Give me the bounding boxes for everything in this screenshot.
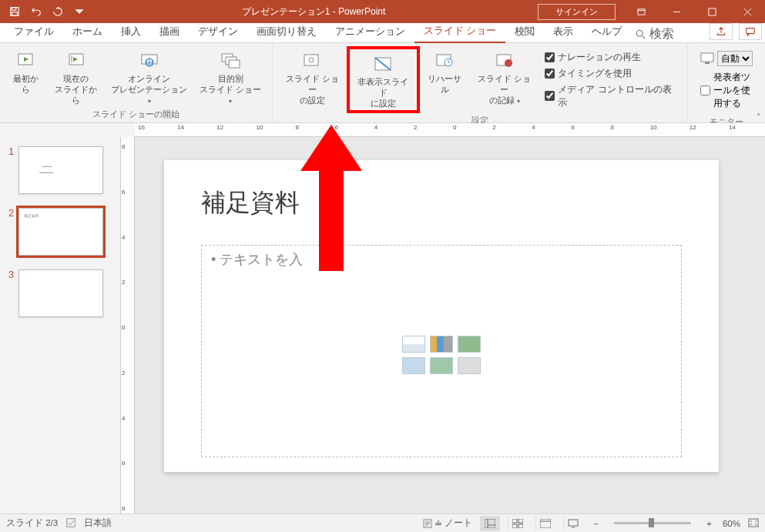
svg-rect-1 — [12, 8, 16, 11]
narration-checkbox[interactable]: ナレーションの再生 — [545, 51, 676, 64]
tab-help[interactable]: ヘルプ — [582, 22, 631, 42]
slide-counter[interactable]: スライド 2/3 — [6, 517, 58, 529]
content-placeholder[interactable]: • テキストを入 — [201, 245, 682, 457]
insert-online-picture-icon[interactable] — [430, 357, 453, 374]
monitor-icon — [700, 52, 714, 65]
thumbnail-1[interactable]: ━━━━ ━━━━━━ — [18, 146, 103, 194]
svg-rect-28 — [67, 518, 75, 527]
collapse-ribbon-button[interactable]: ˄ — [757, 112, 760, 121]
chevron-down-icon: ▾ — [517, 98, 520, 105]
tab-design[interactable]: デザイン — [189, 22, 247, 42]
notes-button[interactable]: ≐ ノート — [423, 517, 472, 529]
slideshow-view-button[interactable] — [563, 516, 583, 531]
ruler-vertical: 864202468 — [121, 137, 135, 514]
minimize-button[interactable] — [659, 0, 694, 23]
main-area: 1 ━━━━ ━━━━━━ 2 補足資料 3 864202468 補足資料 • … — [0, 137, 765, 514]
chevron-down-icon: ▾ — [229, 98, 232, 105]
thumbnail-2[interactable]: 補足資料 — [18, 208, 103, 256]
insert-table-icon[interactable] — [402, 336, 425, 353]
quick-access-toolbar — [0, 2, 89, 21]
ruler-horizontal: 1614121086420246810121416 — [135, 123, 765, 137]
ribbon-tabs: ファイル ホーム 挿入 描画 デザイン 画面切り替え アニメーション スライド … — [0, 23, 765, 43]
qat-more-button[interactable] — [69, 2, 89, 21]
setup-slideshow-button[interactable]: スライド ショー の設定 — [277, 46, 347, 113]
slide-editor: 864202468 補足資料 • テキストを入 — [121, 137, 765, 514]
svg-rect-38 — [512, 524, 517, 528]
tab-transitions[interactable]: 画面切り替え — [247, 22, 326, 42]
sorter-view-button[interactable] — [508, 516, 528, 531]
svg-rect-37 — [518, 519, 523, 523]
normal-view-button[interactable] — [480, 516, 500, 531]
svg-rect-10 — [747, 28, 755, 34]
ribbon: 最初から 現在の スライドから オンライン プレゼンテーション ▾ 目的別 スラ… — [0, 43, 765, 123]
media-controls-checkbox[interactable]: メディア コントロールの表示 — [545, 83, 676, 109]
monitor-select[interactable]: 自動 — [717, 51, 753, 66]
svg-rect-27 — [705, 62, 710, 64]
thumbnail-3[interactable] — [18, 269, 103, 317]
redo-button[interactable] — [48, 2, 68, 21]
language-label[interactable]: 日本語 — [84, 517, 112, 529]
signin-button[interactable]: サインイン — [538, 4, 616, 20]
insert-picture-icon[interactable] — [402, 357, 425, 374]
tab-review[interactable]: 校閲 — [505, 22, 544, 42]
svg-rect-3 — [637, 8, 644, 14]
thumb-number: 3 — [6, 269, 14, 280]
zoom-out-button[interactable]: − — [591, 519, 602, 528]
tab-slideshow[interactable]: スライド ショー — [414, 22, 505, 43]
svg-rect-19 — [304, 55, 318, 65]
hide-slide-button[interactable]: 非表示スライド に設定 — [347, 46, 420, 113]
tell-me-search[interactable]: 検索 — [636, 26, 674, 42]
reading-view-button[interactable] — [535, 516, 555, 531]
window-title: プレゼンテーション1 - PowerPoint — [89, 5, 538, 18]
undo-button[interactable] — [26, 2, 46, 21]
timing-checkbox[interactable]: タイミングを使用 — [545, 67, 676, 80]
tab-file[interactable]: ファイル — [5, 22, 63, 42]
svg-rect-5 — [708, 8, 715, 15]
ribbon-display-button[interactable] — [623, 0, 659, 23]
group-label-start: スライド ショーの開始 — [5, 107, 267, 122]
slide-thumbnails: 1 ━━━━ ━━━━━━ 2 補足資料 3 — [0, 137, 121, 514]
zoom-level[interactable]: 60% — [723, 519, 740, 528]
svg-line-9 — [643, 35, 646, 38]
tab-home[interactable]: ホーム — [63, 22, 112, 42]
statusbar: スライド 2/3 日本語 ≐ ノート − + 60% — [0, 514, 765, 532]
insert-chart-icon[interactable] — [430, 336, 453, 353]
insert-video-icon[interactable] — [458, 357, 481, 374]
share-button[interactable] — [710, 23, 733, 40]
svg-rect-26 — [701, 53, 713, 62]
record-slideshow-button[interactable]: スライド ショー の記録 ▾ — [470, 46, 539, 113]
presenter-view-checkbox[interactable]: 発表者ツールを使用する — [700, 71, 753, 110]
save-button[interactable] — [5, 2, 25, 21]
maximize-button[interactable] — [694, 0, 730, 23]
slide-canvas[interactable]: 補足資料 • テキストを入 — [164, 160, 719, 472]
comments-button[interactable] — [739, 23, 762, 40]
from-current-button[interactable]: 現在の スライドから — [47, 46, 106, 107]
close-button[interactable] — [730, 0, 765, 23]
zoom-in-button[interactable]: + — [703, 519, 715, 528]
slide-title[interactable]: 補足資料 — [201, 186, 300, 220]
svg-rect-44 — [749, 519, 758, 527]
thumb-number: 1 — [6, 146, 14, 157]
tab-animations[interactable]: アニメーション — [326, 22, 414, 42]
spellcheck-icon[interactable] — [65, 517, 76, 530]
svg-rect-39 — [518, 524, 523, 528]
tab-view[interactable]: 表示 — [544, 22, 582, 42]
group-start-slideshow: 最初から 現在の スライドから オンライン プレゼンテーション ▾ 目的別 スラ… — [0, 43, 273, 122]
svg-rect-42 — [569, 520, 578, 526]
tab-insert[interactable]: 挿入 — [112, 22, 150, 42]
custom-slideshow-button[interactable]: 目的別 スライド ショー ▾ — [193, 46, 267, 107]
thumb-number: 2 — [6, 208, 14, 219]
fit-to-window-button[interactable] — [748, 518, 759, 529]
rehearse-button[interactable]: リハーサル — [420, 46, 470, 113]
insert-smartart-icon[interactable] — [458, 336, 481, 353]
tab-draw[interactable]: 描画 — [150, 22, 189, 42]
from-beginning-button[interactable]: 最初から — [5, 46, 47, 107]
group-setup: スライド ショー の設定 非表示スライド に設定 リハーサル スライド ショー … — [273, 43, 688, 122]
online-presentation-button[interactable]: オンライン プレゼンテーション ▾ — [105, 46, 193, 107]
placeholder-icons — [402, 336, 481, 374]
zoom-slider[interactable] — [614, 522, 691, 524]
svg-rect-18 — [229, 60, 240, 68]
svg-rect-2 — [12, 12, 18, 15]
svg-point-8 — [637, 30, 643, 36]
svg-rect-33 — [485, 519, 495, 528]
